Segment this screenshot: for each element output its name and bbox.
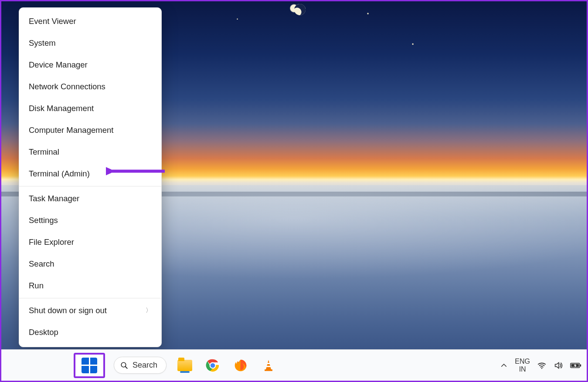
menu-item-label: Terminal (29, 147, 59, 157)
menu-item-run[interactable]: Run (19, 275, 161, 297)
menu-item-label: Event Viewer (29, 17, 76, 26)
menu-item-device-manager[interactable]: Device Manager (19, 54, 161, 76)
winx-context-menu: Event Viewer System Device Manager Netwo… (19, 7, 162, 347)
moon-graphic (292, 2, 307, 17)
menu-item-label: Task Manager (29, 194, 79, 203)
menu-item-disk-management[interactable]: Disk Management (19, 98, 161, 119)
battery-indicator[interactable] (570, 362, 581, 369)
menu-item-label: Network Connections (29, 82, 105, 91)
svg-rect-7 (267, 363, 270, 364)
star-graphic: • (412, 41, 414, 47)
star-graphic: • (367, 11, 369, 17)
menu-item-label: System (29, 38, 56, 48)
menu-item-file-explorer[interactable]: File Explorer (19, 231, 161, 253)
menu-separator (19, 298, 161, 298)
wifi-icon (537, 361, 547, 370)
svg-line-2 (126, 366, 127, 368)
search-icon (120, 362, 128, 369)
chrome-icon (205, 358, 220, 373)
svg-rect-9 (265, 369, 272, 371)
volume-indicator[interactable] (554, 361, 563, 370)
menu-item-system[interactable]: System (19, 32, 161, 54)
menu-item-shutdown-signout[interactable]: Shut down or sign out 〉 (19, 300, 161, 321)
taskbar: Search (1, 349, 587, 381)
menu-item-label: Settings (29, 216, 58, 225)
taskbar-firefox[interactable] (231, 356, 250, 375)
start-button[interactable] (74, 353, 105, 378)
menu-item-terminal[interactable]: Terminal (19, 141, 161, 163)
taskbar-chrome[interactable] (203, 356, 222, 375)
wifi-indicator[interactable] (537, 361, 547, 370)
menu-item-desktop[interactable]: Desktop (19, 321, 161, 343)
taskbar-search-button[interactable]: Search (114, 357, 167, 374)
menu-item-label: Desktop (29, 328, 58, 337)
language-top: ENG (515, 358, 530, 365)
menu-item-settings[interactable]: Settings (19, 210, 161, 231)
taskbar-vlc[interactable] (259, 356, 278, 375)
menu-item-label: Computer Management (29, 125, 113, 135)
menu-item-search[interactable]: Search (19, 253, 161, 275)
menu-item-label: File Explorer (29, 237, 74, 247)
svg-point-10 (541, 368, 543, 369)
firefox-icon (234, 358, 248, 372)
menu-item-event-viewer[interactable]: Event Viewer (19, 10, 161, 32)
svg-rect-13 (580, 364, 581, 366)
menu-item-computer-management[interactable]: Computer Management (19, 119, 161, 141)
menu-item-network-connections[interactable]: Network Connections (19, 76, 161, 98)
language-indicator[interactable]: ENG IN (515, 358, 530, 373)
chevron-right-icon: 〉 (146, 307, 152, 314)
menu-item-label: Search (29, 259, 54, 269)
menu-item-terminal-admin[interactable]: Terminal (Admin) (19, 163, 161, 185)
tray-overflow-button[interactable] (500, 362, 508, 369)
menu-item-label: Device Manager (29, 60, 88, 70)
menu-item-label: Run (29, 281, 44, 291)
battery-icon (570, 362, 581, 369)
folder-icon (177, 360, 192, 371)
menu-item-label: Terminal (Admin) (29, 169, 90, 179)
menu-separator (19, 186, 161, 186)
search-label: Search (133, 361, 157, 370)
language-bottom: IN (515, 365, 530, 373)
menu-item-task-manager[interactable]: Task Manager (19, 188, 161, 210)
taskbar-file-explorer[interactable] (175, 356, 194, 375)
windows-logo-icon (82, 358, 97, 373)
vlc-cone-icon (262, 359, 275, 372)
speaker-icon (554, 361, 563, 370)
menu-item-label: Disk Management (29, 104, 94, 113)
star-graphic: • (237, 17, 238, 21)
menu-item-label: Shut down or sign out (29, 306, 107, 315)
chevron-up-icon (500, 362, 508, 369)
svg-rect-8 (266, 365, 271, 367)
